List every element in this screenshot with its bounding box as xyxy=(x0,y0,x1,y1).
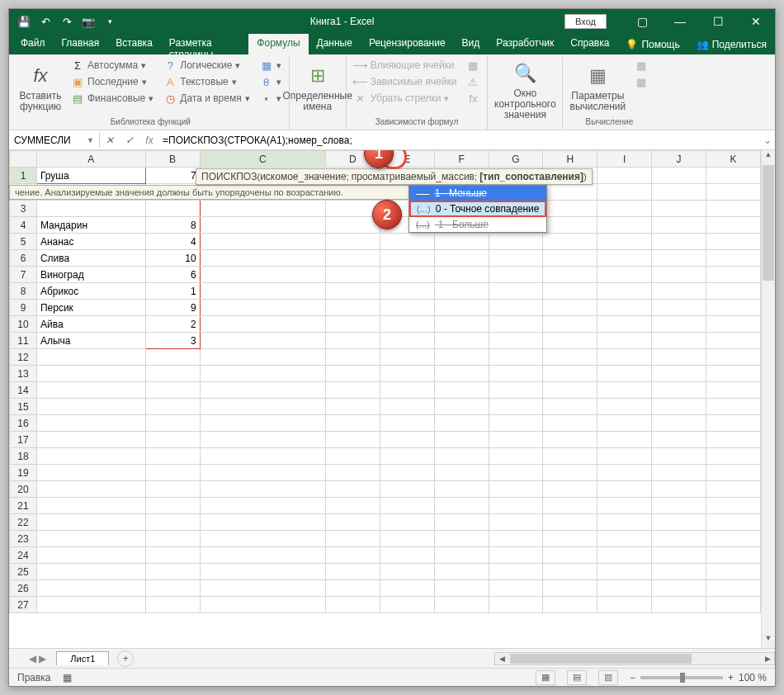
cell[interactable] xyxy=(434,250,489,267)
cell[interactable] xyxy=(489,531,543,547)
cell[interactable] xyxy=(597,415,652,432)
cell[interactable] xyxy=(434,382,489,399)
cell[interactable] xyxy=(380,597,434,613)
cell[interactable] xyxy=(36,514,145,531)
zoom-in-icon[interactable]: + xyxy=(728,672,734,683)
name-box[interactable]: СУММЕСЛИ▼ xyxy=(9,133,100,148)
cell[interactable] xyxy=(200,283,325,300)
cell[interactable] xyxy=(325,250,380,267)
cell[interactable] xyxy=(706,234,761,250)
cell[interactable] xyxy=(145,498,200,514)
cell[interactable] xyxy=(706,564,761,580)
row-header-8[interactable]: 8 xyxy=(10,283,37,300)
tell-me[interactable]: 💡Помощь xyxy=(617,34,687,54)
cell[interactable] xyxy=(200,217,325,234)
zoom-slider[interactable] xyxy=(640,676,723,679)
macro-record-icon[interactable]: ▦ xyxy=(63,672,72,683)
cell[interactable] xyxy=(200,465,325,481)
cell[interactable] xyxy=(434,366,489,382)
cell[interactable] xyxy=(325,481,380,498)
cell[interactable] xyxy=(200,250,325,267)
col-header-I[interactable]: I xyxy=(597,151,652,168)
cell[interactable] xyxy=(489,498,543,514)
cell[interactable] xyxy=(145,481,200,498)
col-header-J[interactable]: J xyxy=(652,151,706,168)
cell[interactable] xyxy=(200,580,325,597)
insert-function-button[interactable]: fx Вставить функцию xyxy=(17,58,64,117)
cell[interactable] xyxy=(380,514,434,531)
fx-bar-icon[interactable]: fx xyxy=(139,135,159,146)
cell[interactable] xyxy=(145,580,200,597)
cell[interactable] xyxy=(325,366,380,382)
cell[interactable] xyxy=(434,283,489,300)
cell[interactable] xyxy=(489,448,543,465)
cell[interactable] xyxy=(652,432,706,448)
cell[interactable] xyxy=(597,547,652,564)
datetime-button[interactable]: ◷Дата и время ▾ xyxy=(161,91,252,106)
cell[interactable] xyxy=(706,399,761,415)
cell[interactable] xyxy=(434,547,489,564)
cell-B8[interactable]: 1 xyxy=(145,283,200,300)
touch-icon[interactable]: 📷 xyxy=(78,12,98,31)
row-header-14[interactable]: 14 xyxy=(10,382,37,399)
cell[interactable] xyxy=(325,432,380,448)
cancel-formula-icon[interactable]: ✕ xyxy=(100,135,120,146)
scroll-left-icon[interactable]: ◀ xyxy=(495,655,508,663)
redo-icon[interactable]: ↷ xyxy=(57,12,77,31)
cell[interactable] xyxy=(380,399,434,415)
cell[interactable] xyxy=(543,448,597,465)
cell[interactable] xyxy=(652,531,706,547)
cell[interactable] xyxy=(597,300,652,316)
tab-view[interactable]: Вид xyxy=(454,34,489,54)
tab-layout[interactable]: Разметка страницы xyxy=(161,34,249,54)
cell[interactable] xyxy=(200,234,325,250)
cell[interactable] xyxy=(543,300,597,316)
cell[interactable] xyxy=(706,531,761,547)
cell[interactable] xyxy=(200,267,325,283)
financial-button[interactable]: ▤Финансовые ▾ xyxy=(68,91,156,106)
cell[interactable] xyxy=(36,580,145,597)
row-header-15[interactable]: 15 xyxy=(10,399,37,415)
col-header-K[interactable]: K xyxy=(706,151,761,168)
cell[interactable] xyxy=(434,349,489,366)
cell[interactable] xyxy=(36,382,145,399)
select-all-corner[interactable] xyxy=(10,151,37,168)
cell[interactable] xyxy=(543,267,597,283)
cell[interactable] xyxy=(652,267,706,283)
cell[interactable] xyxy=(543,564,597,580)
cell[interactable] xyxy=(325,316,380,333)
cell[interactable] xyxy=(597,349,652,366)
cell[interactable] xyxy=(145,465,200,481)
cell[interactable] xyxy=(36,498,145,514)
cell[interactable] xyxy=(652,168,706,184)
cell[interactable] xyxy=(543,514,597,531)
cell[interactable] xyxy=(489,465,543,481)
col-header-H[interactable]: H xyxy=(543,151,597,168)
row-header-5[interactable]: 5 xyxy=(10,234,37,250)
zoom-out-icon[interactable]: − xyxy=(630,672,635,683)
close-icon[interactable]: ✕ xyxy=(737,9,775,34)
cell[interactable] xyxy=(543,316,597,333)
cell[interactable] xyxy=(325,465,380,481)
scroll-up-icon[interactable]: ▲ xyxy=(762,150,775,164)
cell[interactable] xyxy=(200,333,325,349)
sheet-nav[interactable]: ◀ ▶ xyxy=(29,653,46,664)
cell[interactable] xyxy=(489,349,543,366)
cell[interactable] xyxy=(543,481,597,498)
cell[interactable] xyxy=(652,300,706,316)
cell[interactable] xyxy=(652,547,706,564)
tab-formulas[interactable]: Формулы xyxy=(248,34,308,54)
cell[interactable] xyxy=(543,217,597,234)
cell[interactable] xyxy=(543,366,597,382)
cell[interactable] xyxy=(652,283,706,300)
cell[interactable] xyxy=(652,448,706,465)
cell[interactable] xyxy=(434,465,489,481)
row-header-26[interactable]: 26 xyxy=(10,580,37,597)
cell[interactable] xyxy=(434,448,489,465)
cell[interactable] xyxy=(652,250,706,267)
row-header-4[interactable]: 4 xyxy=(10,217,37,234)
cell[interactable] xyxy=(489,382,543,399)
match-option-exact[interactable]: (…)0 - Точное совпадение xyxy=(409,201,546,217)
col-header-B[interactable]: B xyxy=(145,151,200,168)
cell[interactable] xyxy=(652,366,706,382)
